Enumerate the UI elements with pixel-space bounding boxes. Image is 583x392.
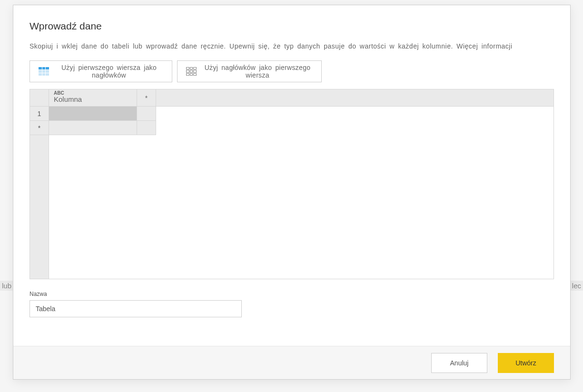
toolbar: Użyj pierwszego wiersza jako nagłówków U… xyxy=(30,60,554,82)
table-plain-icon xyxy=(186,67,197,76)
row-number-header xyxy=(30,89,49,106)
add-row-add-col-cell[interactable] xyxy=(137,121,156,135)
background-text-right: lec xyxy=(570,281,583,291)
data-cell[interactable] xyxy=(49,107,137,121)
column-header[interactable]: ABC Kolumna xyxy=(49,89,137,106)
cancel-button[interactable]: Anuluj xyxy=(431,353,487,373)
name-label: Nazwa xyxy=(30,291,554,297)
add-row: * xyxy=(30,121,553,135)
create-button[interactable]: Utwórz xyxy=(498,353,554,373)
dialog-title: Wprowadź dane xyxy=(30,20,554,32)
dialog-description: Skopiuj i wklej dane do tabeli lub wprow… xyxy=(30,42,554,50)
add-column-label: * xyxy=(145,94,148,102)
add-column-header[interactable]: * xyxy=(137,89,156,106)
row-gutter xyxy=(30,135,49,279)
dialog-footer: Anuluj Utwórz xyxy=(13,346,570,379)
data-grid: ABC Kolumna * 1 * xyxy=(30,89,554,279)
table-row: 1 xyxy=(30,107,553,121)
enter-data-dialog: Wprowadź dane Skopiuj i wklej dane do ta… xyxy=(13,5,571,380)
row-spacer xyxy=(156,121,553,135)
use-headers-as-first-row-button[interactable]: Użyj nagłówków jako pierwszego wiersza xyxy=(177,60,322,82)
column-name-label: Kolumna xyxy=(54,95,137,103)
toolbar-btn2-label: Użyj nagłówków jako pierwszego wiersza xyxy=(202,64,313,79)
row-spacer xyxy=(156,107,553,121)
dialog-body: Wprowadź dane Skopiuj i wklej dane do ta… xyxy=(13,5,570,346)
table-headers-icon xyxy=(39,67,49,76)
column-type-label: ABC xyxy=(54,90,64,96)
background-text-left: lub xyxy=(0,281,13,291)
table-name-input[interactable] xyxy=(30,300,242,317)
header-spacer xyxy=(156,89,553,106)
row-number[interactable]: 1 xyxy=(30,107,49,121)
grid-header-row: ABC Kolumna * xyxy=(30,89,553,107)
use-first-row-as-headers-button[interactable]: Użyj pierwszego wiersza jako nagłówków xyxy=(30,60,172,82)
add-column-cell[interactable] xyxy=(137,107,156,121)
add-row-number[interactable]: * xyxy=(30,121,49,135)
toolbar-btn1-label: Użyj pierwszego wiersza jako nagłówków xyxy=(55,64,163,79)
add-row-cell[interactable] xyxy=(49,121,137,135)
